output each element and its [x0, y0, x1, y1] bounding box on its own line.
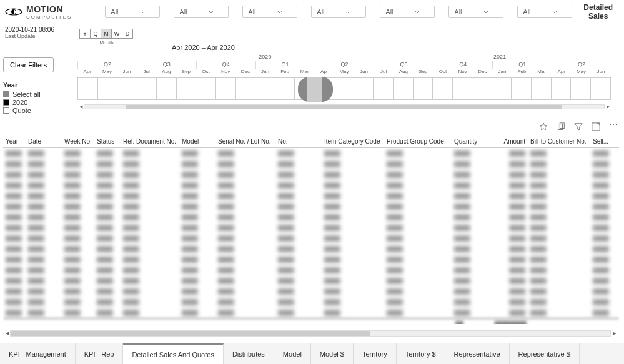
time-grain-Y[interactable]: Y	[79, 29, 91, 39]
timeline-cell[interactable]	[157, 78, 177, 99]
timeline-cell[interactable]	[255, 78, 275, 99]
column-header[interactable]: Ref. Document No.	[121, 138, 179, 145]
table-row[interactable]: ████████████████████████████████████████…	[3, 243, 619, 254]
table-row[interactable]: ████████████████████████████████████████…	[3, 254, 619, 265]
table-row[interactable]: ████████████████████████████████████████…	[3, 190, 619, 201]
timeline-scroll-thumb[interactable]	[126, 105, 563, 109]
timeline-cell[interactable]	[552, 78, 572, 99]
timeline-cell[interactable]	[414, 78, 433, 99]
table-row[interactable]: ████████████████████████████████████████…	[3, 275, 619, 286]
column-header[interactable]: No.	[275, 138, 322, 145]
scroll-right-icon[interactable]: ▶	[605, 104, 611, 110]
timeline-cell[interactable]	[196, 78, 216, 99]
time-grain-D[interactable]: D	[122, 29, 133, 39]
timeline-cell[interactable]	[492, 78, 512, 99]
time-grain-M[interactable]: M	[101, 29, 112, 39]
timeline-cell[interactable]	[394, 78, 414, 99]
timeline-cell[interactable]	[98, 78, 118, 99]
timeline-handle-right[interactable]	[322, 77, 333, 102]
timeline-cell[interactable]	[236, 78, 256, 99]
tab-representative-[interactable]: Representative $	[510, 343, 580, 364]
grid-scroll-right-icon[interactable]: ▶	[611, 330, 617, 337]
time-grain-W[interactable]: W	[111, 29, 122, 39]
timeline-cell[interactable]	[532, 78, 552, 99]
column-header[interactable]: Year	[3, 138, 26, 145]
column-header[interactable]: Product Group Code	[384, 138, 452, 145]
copy-icon[interactable]	[557, 122, 565, 131]
timeline-handle[interactable]	[298, 77, 333, 102]
timeline-cell[interactable]	[117, 78, 137, 99]
timeline-cell[interactable]	[354, 78, 374, 99]
column-header[interactable]: Bill-to Customer No.	[528, 138, 590, 145]
timeline-cell[interactable]	[216, 78, 236, 99]
column-header[interactable]: Status	[94, 138, 121, 145]
column-header[interactable]: Date	[26, 138, 62, 145]
table-row[interactable]: ████████████████████████████████████████…	[3, 169, 619, 180]
timeline-cell[interactable]	[137, 78, 157, 99]
table-row[interactable]: ████████████████████████████████████████…	[3, 307, 619, 318]
grid-scroll-thumb[interactable]	[11, 331, 370, 336]
table-row[interactable]: ████████████████████████████████████████…	[3, 148, 619, 159]
timeline-cell[interactable]	[78, 78, 98, 99]
timeline-cell[interactable]	[374, 78, 394, 99]
timeline-cell[interactable]	[571, 78, 591, 99]
tab-territory[interactable]: Territory	[354, 343, 397, 364]
year-select-all[interactable]: Select all	[3, 91, 73, 98]
timeline-scrollbar[interactable]: ◀ ▶	[77, 104, 611, 110]
column-header[interactable]: Amount	[483, 138, 528, 145]
grid-scrollbar[interactable]: ◀ ▶	[4, 330, 617, 337]
quote-toggle[interactable]: Quote	[3, 107, 73, 114]
filter-dropdown-3[interactable]: All	[311, 6, 366, 18]
table-row[interactable]: ████████████████████████████████████████…	[3, 297, 619, 307]
tab-distributes[interactable]: Distributes	[224, 343, 274, 364]
time-grain-picker[interactable]: YQMWD	[80, 29, 133, 39]
time-grain-Q[interactable]: Q	[90, 29, 101, 39]
tab-territory-[interactable]: Territory $	[397, 343, 445, 364]
timeline-cell[interactable]	[472, 78, 492, 99]
table-row[interactable]: ████████████████████████████████████████…	[3, 265, 619, 275]
table-row[interactable]: ████████████████████████████████████████…	[3, 180, 619, 190]
tab-model[interactable]: Model	[274, 343, 311, 364]
filter-dropdown-1[interactable]: All	[174, 6, 229, 18]
table-row[interactable]: ████████████████████████████████████████…	[3, 212, 619, 222]
filter-dropdown-5[interactable]: All	[448, 6, 503, 18]
timeline-cell[interactable]	[334, 78, 354, 99]
table-row[interactable]: ████████████████████████████████████████…	[3, 222, 619, 233]
column-header[interactable]: Week No.	[62, 138, 94, 145]
grid-scroll-left-icon[interactable]: ◀	[4, 330, 10, 337]
filter-dropdown-2[interactable]: All	[242, 6, 297, 18]
timeline-cell[interactable]	[177, 78, 197, 99]
timeline-cell[interactable]	[591, 78, 611, 99]
column-header[interactable]: Item Category Code	[322, 138, 384, 145]
more-options-icon[interactable]: ⋯	[609, 122, 618, 131]
pin-icon[interactable]	[539, 122, 548, 131]
year-item-2020[interactable]: 2020	[3, 99, 73, 106]
focus-mode-icon[interactable]	[592, 122, 600, 131]
column-header[interactable]: Quantity	[452, 138, 483, 145]
filter-icon[interactable]	[574, 122, 583, 131]
tab-kpi-rep[interactable]: KPI - Rep	[76, 343, 124, 364]
column-header[interactable]: Serial No. / Lot No.	[215, 138, 275, 145]
timeline-slicer[interactable]: 20202021 Q2Q3Q4Q1Q2Q3Q4Q1Q2 AprMayJunJul…	[77, 54, 611, 110]
data-grid[interactable]: YearDateWeek No.StatusRef. Document No.M…	[3, 135, 619, 338]
tab-detailed-sales-and-quotes[interactable]: Detailed Sales And Quotes	[123, 343, 223, 364]
filter-dropdown-4[interactable]: All	[380, 6, 435, 18]
column-header[interactable]: Sell...	[590, 138, 609, 145]
timeline-cell[interactable]	[512, 78, 532, 99]
tab-model-[interactable]: Model $	[311, 343, 354, 364]
column-header[interactable]: Model	[179, 138, 215, 145]
table-row[interactable]: ████████████████████████████████████████…	[3, 201, 619, 212]
timeline-cell[interactable]	[275, 78, 295, 99]
timeline-cell[interactable]	[453, 78, 473, 99]
filter-dropdown-0[interactable]: All	[105, 6, 160, 18]
tab-kpi-management[interactable]: KPI - Management	[0, 343, 76, 364]
filter-dropdown-6[interactable]: All	[517, 6, 572, 18]
table-row[interactable]: ████████████████████████████████████████…	[3, 159, 619, 169]
scroll-left-icon[interactable]: ◀	[77, 104, 84, 110]
last-update: 2020-10-21 08:06 Last Update	[5, 26, 70, 39]
clear-filters-button[interactable]: Clear Filters	[3, 57, 54, 72]
table-row[interactable]: ████████████████████████████████████████…	[3, 233, 619, 243]
tab-representative[interactable]: Representative	[445, 343, 510, 364]
timeline-cell[interactable]	[433, 78, 453, 99]
table-row[interactable]: ████████████████████████████████████████…	[3, 286, 619, 297]
